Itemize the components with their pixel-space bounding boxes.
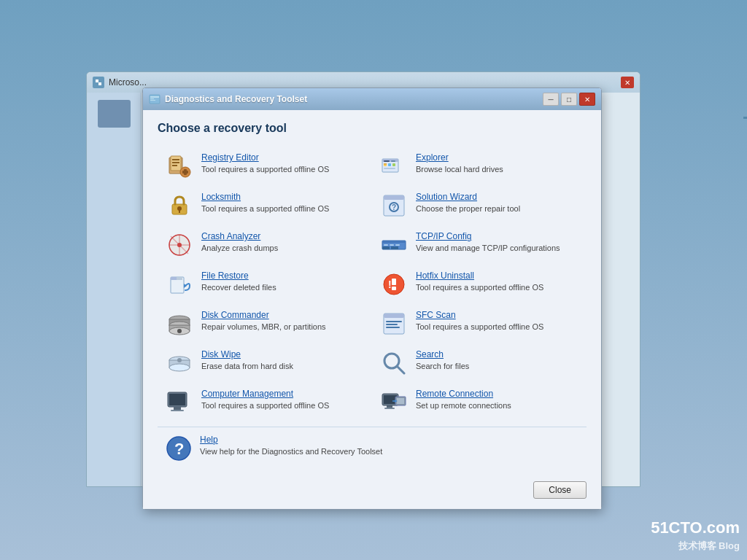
search-desc: Search for files [416, 361, 579, 371]
svg-rect-10 [172, 165, 177, 166]
tool-hotfix-uninstall[interactable]: ! Hotfix Uninstall Tool requires a suppo… [372, 265, 587, 304]
svg-rect-37 [382, 241, 406, 243]
tool-remote-connection[interactable]: Remote Connection Set up remote connecti… [372, 383, 587, 422]
svg-rect-50 [392, 287, 396, 290]
solution-wizard-text: Solution Wizard Choose the proper repair… [416, 192, 579, 214]
explorer-name[interactable]: Explorer [416, 152, 579, 163]
computer-management-name[interactable]: Computer Management [201, 389, 365, 399]
main-dialog: Diagnostics and Recovery Toolset ─ □ ✕ C… [142, 88, 602, 510]
locksmith-name[interactable]: Locksmith [201, 192, 365, 202]
hotfix-uninstall-text: Hotfix Uninstall Tool requires a support… [416, 271, 579, 292]
sidebar-computer-icon [98, 100, 131, 128]
solution-wizard-icon: ? [379, 192, 409, 219]
file-restore-name[interactable]: File Restore [201, 271, 365, 281]
close-x-button[interactable]: ✕ [579, 93, 595, 106]
tool-crash-analyzer[interactable]: Crash Analyzer Analyze crash dumps [158, 225, 372, 265]
tool-file-restore[interactable]: File Restore Recover deleted files [158, 265, 372, 304]
tool-solution-wizard[interactable]: ? Solution Wizard Choose the proper repa… [372, 186, 587, 225]
svg-rect-19 [384, 163, 387, 165]
tool-disk-commander[interactable]: Disk Commander Repair volumes, MBR, or p… [158, 304, 372, 343]
svg-rect-71 [171, 410, 184, 411]
help-name[interactable]: Help [200, 435, 382, 445]
hotfix-uninstall-desc: Tool requires a supported offline OS [416, 282, 579, 292]
svg-rect-41 [382, 246, 390, 249]
disk-wipe-text: Disk Wipe Erase data from hard disk [201, 349, 365, 371]
watermark-sub: 技术博客 Blog [651, 540, 740, 553]
disk-wipe-icon [165, 349, 194, 377]
search-name[interactable]: Search [416, 349, 579, 359]
crash-analyzer-name[interactable]: Crash Analyzer [201, 231, 365, 241]
tools-grid: Registry Editor Tool requires a supporte… [158, 147, 587, 422]
tool-locksmith[interactable]: Locksmith Tool requires a supported offl… [158, 186, 372, 225]
disk-wipe-desc: Erase data from hard disk [201, 361, 365, 371]
sfc-scan-text: SFC Scan Tool requires a supported offli… [416, 310, 579, 332]
explorer-text: Explorer Browse local hard drives [416, 152, 579, 174]
file-restore-icon [165, 271, 194, 298]
maximize-button[interactable]: □ [561, 93, 577, 106]
tool-sfc-scan[interactable]: SFC Scan Tool requires a supported offli… [372, 304, 587, 343]
tool-disk-wipe[interactable]: Disk Wipe Erase data from hard disk [158, 343, 372, 383]
remote-connection-desc: Set up remote connections [416, 400, 579, 411]
remote-connection-name[interactable]: Remote Connection [416, 389, 579, 399]
svg-rect-5 [150, 100, 155, 101]
sfc-scan-icon [379, 310, 409, 338]
dialog-footer: Close [143, 477, 601, 509]
desktop: Microso... ✕ Diagnostics and Recovery To… [0, 0, 747, 560]
disk-commander-icon [165, 310, 194, 338]
tool-search[interactable]: Search Search for files [372, 343, 587, 383]
tool-registry-editor[interactable]: Registry Editor Tool requires a supporte… [158, 147, 372, 186]
hotfix-uninstall-name[interactable]: Hotfix Uninstall [416, 271, 579, 281]
watermark-site: 51CTO.com [651, 517, 740, 540]
svg-rect-13 [182, 171, 188, 174]
registry-editor-name[interactable]: Registry Editor [201, 152, 365, 163]
svg-rect-73 [384, 395, 397, 404]
svg-point-64 [169, 364, 190, 371]
search-icon [379, 349, 409, 377]
help-text: Help View help for the Diagnostics and R… [200, 435, 382, 456]
svg-rect-21 [392, 163, 395, 166]
disk-wipe-name[interactable]: Disk Wipe [201, 349, 365, 359]
close-button[interactable]: Close [533, 481, 587, 499]
tool-tcp-ip-config[interactable]: TCP/IP Config View and manage TCP/IP con… [372, 225, 587, 265]
svg-rect-25 [179, 210, 180, 213]
minimize-button[interactable]: ─ [543, 93, 559, 106]
svg-rect-42 [391, 246, 398, 249]
tool-explorer[interactable]: Explorer Browse local hard drives [372, 147, 587, 186]
help-icon: ? [165, 435, 193, 462]
bg-window-icon [93, 77, 104, 88]
svg-rect-61 [386, 327, 400, 328]
svg-rect-20 [388, 163, 391, 166]
remote-connection-text: Remote Connection Set up remote connecti… [416, 389, 579, 411]
locksmith-desc: Tool requires a supported offline OS [201, 203, 365, 214]
tool-computer-management[interactable]: Computer Management Tool requires a supp… [158, 383, 372, 422]
disk-commander-name[interactable]: Disk Commander [201, 310, 365, 320]
svg-rect-77 [397, 398, 404, 404]
tcp-ip-config-desc: View and manage TCP/IP configurations [416, 243, 579, 253]
tcp-ip-config-name[interactable]: TCP/IP Config [416, 231, 579, 241]
svg-rect-75 [384, 408, 395, 409]
dialog-controls: ─ □ ✕ [543, 93, 595, 106]
svg-rect-39 [390, 244, 394, 246]
bg-close-button[interactable]: ✕ [621, 77, 634, 88]
svg-point-65 [177, 358, 182, 362]
registry-editor-text: Registry Editor Tool requires a supporte… [201, 152, 365, 174]
svg-point-56 [177, 329, 182, 333]
sfc-scan-desc: Tool requires a supported offline OS [416, 322, 579, 332]
svg-rect-38 [384, 244, 388, 246]
solution-wizard-desc: Choose the proper repair tool [416, 203, 579, 214]
dialog-titlebar: Diagnostics and Recovery Toolset ─ □ ✕ [143, 88, 601, 110]
registry-editor-icon [165, 152, 194, 180]
registry-editor-desc: Tool requires a supported offline OS [201, 164, 365, 174]
svg-text:!: ! [388, 279, 392, 290]
svg-rect-58 [384, 314, 404, 318]
svg-rect-70 [174, 407, 181, 410]
solution-wizard-name[interactable]: Solution Wizard [416, 192, 579, 202]
dialog-heading: Choose a recovery tool [158, 122, 587, 135]
dialog-icon [149, 93, 160, 105]
svg-rect-16 [384, 160, 390, 162]
sfc-scan-name[interactable]: SFC Scan [416, 310, 579, 320]
locksmith-icon [165, 192, 194, 219]
search-text: Search Search for files [416, 349, 579, 371]
svg-rect-1 [98, 82, 101, 85]
arrow-indicator [743, 117, 747, 119]
